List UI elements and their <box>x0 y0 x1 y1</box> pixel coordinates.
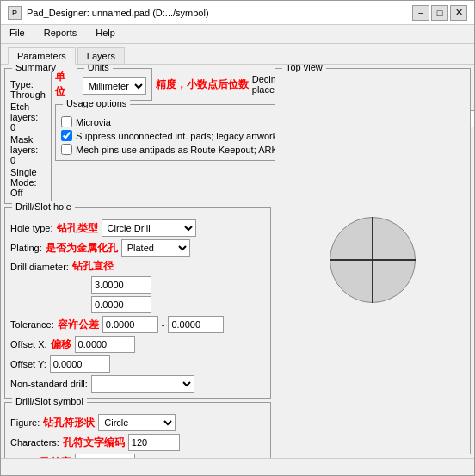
offset-x-label: Offset X: <box>10 339 47 349</box>
summary-etch-value: 0 <box>10 122 15 133</box>
characters-label: Characters: <box>10 437 59 448</box>
menu-help[interactable]: Help <box>90 27 120 41</box>
figure-select[interactable]: Circle Square <box>98 414 176 431</box>
maximize-button[interactable]: □ <box>431 5 448 21</box>
microvia-label: Microvia <box>76 117 111 127</box>
secondary-input-row <box>10 296 265 313</box>
hole-type-annotation: 钻孔类型 <box>57 221 98 236</box>
top-view-group: Top view <box>275 68 471 454</box>
sym-width-row: Width: 孔符宽 <box>10 454 265 458</box>
sym-width-label: Width: <box>10 457 37 458</box>
offset-y-input[interactable] <box>50 355 110 373</box>
precision-annotation: 精度，小数点后位数 <box>156 77 249 92</box>
drill-diameter-input[interactable] <box>91 276 151 294</box>
secondary-input[interactable] <box>91 296 151 313</box>
figure-label: Figure: <box>10 417 40 428</box>
minimize-button[interactable]: − <box>412 5 429 21</box>
plating-select[interactable]: Plated Non-Plated <box>121 239 190 257</box>
char-annotation: 孔符文字编码 <box>63 436 125 450</box>
characters-row: Characters: 孔符文字编码 <box>10 434 265 451</box>
non-standard-row: Non-standard drill: <box>10 375 265 393</box>
main-content: Summary Type: Through Etch layers: 0 Mas… <box>1 65 474 458</box>
crosshair-vertical <box>372 217 373 303</box>
offset-y-label: Offset Y: <box>10 359 46 369</box>
tolerance-plus-input[interactable] <box>102 316 158 333</box>
summary-group: Summary Type: Through Etch layers: 0 Mas… <box>4 68 52 204</box>
usage-options-title: Usage options <box>63 98 130 108</box>
close-button[interactable]: ✕ <box>450 5 467 21</box>
summary-type-value: Through <box>10 90 46 100</box>
menu-reports[interactable]: Reports <box>39 27 83 41</box>
title-buttons: − □ ✕ <box>412 5 467 21</box>
microvia-checkbox[interactable] <box>61 116 72 127</box>
summary-title: Summary <box>12 65 59 72</box>
drill-diameter-row: Drill diameter: 钻孔直径 <box>10 259 265 274</box>
width-annotation: 孔符宽 <box>40 455 71 459</box>
tolerance-dash: - <box>162 319 165 330</box>
main-window: P Pad_Designer: unnamed.pad (D:.../symbo… <box>0 0 475 476</box>
title-bar-left: P Pad_Designer: unnamed.pad (D:.../symbo… <box>8 6 209 20</box>
tolerance-annotation: 容许公差 <box>58 318 99 332</box>
status-bar <box>1 458 474 475</box>
figure-row: Figure: 钻孔符形状 Circle Square <box>10 414 265 431</box>
mech-checkbox[interactable] <box>61 144 72 155</box>
offset-annotation: 偏移 <box>51 337 71 352</box>
tolerance-row: Tolerance: 容许公差 - <box>10 316 265 333</box>
summary-single-value: Off <box>10 188 22 198</box>
offset-x-row: Offset X: 偏移 <box>10 336 265 353</box>
mech-label: Mech pins use antipads as Route Keepout;… <box>76 145 278 155</box>
tolerance-minus-input[interactable] <box>168 316 224 333</box>
app-icon: P <box>8 6 22 20</box>
units-title: Units <box>84 65 113 72</box>
summary-single-label: Single Mode: <box>10 167 37 188</box>
offset-x-input[interactable] <box>75 336 135 353</box>
drill-slot-group: Drill/Slot hole Hole type: 钻孔类型 Circle D… <box>4 207 271 399</box>
non-standard-label: Non-standard drill: <box>10 379 88 389</box>
drill-symbol-group: Drill/Slot symbol Figure: 钻孔符形状 Circle S… <box>4 402 271 458</box>
summary-mask-row: Mask layers: 0 <box>10 134 46 165</box>
summary-single-row: Single Mode: Off <box>10 167 46 198</box>
sym-width-input[interactable] <box>75 454 135 458</box>
left-panel: Summary Type: Through Etch layers: 0 Mas… <box>4 68 271 454</box>
menu-bar: File Reports Help <box>1 25 474 44</box>
window-title: Pad_Designer: unnamed.pad (D:.../symbol) <box>27 8 209 18</box>
tab-bar: Parameters Layers <box>1 44 474 65</box>
summary-mask-value: 0 <box>10 155 15 165</box>
suppress-checkbox[interactable] <box>61 130 72 141</box>
suppress-label: Suppress unconnected int. pads; legacy a… <box>76 131 277 141</box>
plating-label: Plating: <box>10 243 42 253</box>
top-view-circle <box>330 217 416 303</box>
title-bar: P Pad_Designer: unnamed.pad (D:.../symbo… <box>1 1 474 25</box>
figure-annotation: 钻孔符形状 <box>43 416 95 430</box>
summary-type-row: Type: Through <box>10 79 46 100</box>
units-annotation: 单位 <box>55 70 73 99</box>
summary-etch-label: Etch layers: <box>10 102 38 122</box>
drill-diameter-label: Drill diameter: <box>10 262 69 272</box>
offset-y-row: Offset Y: <box>10 355 265 373</box>
tab-parameters[interactable]: Parameters <box>8 47 76 65</box>
tab-layers[interactable]: Layers <box>77 47 125 64</box>
summary-type-label: Type: <box>10 79 34 90</box>
drill-diameter-input-row <box>10 276 265 294</box>
hole-type-row: Hole type: 钻孔类型 Circle Drill Square Oblo… <box>10 219 265 237</box>
units-select[interactable]: Millimeter Inch <box>83 77 146 95</box>
menu-file[interactable]: File <box>4 27 30 41</box>
plating-row: Plating: 是否为金属化孔 Plated Non-Plated <box>10 239 265 257</box>
units-group: Units Millimeter Inch <box>77 68 152 101</box>
hole-type-select[interactable]: Circle Drill Square Oblong <box>102 219 196 237</box>
drill-diameter-annotation: 钻孔直径 <box>72 259 114 274</box>
non-standard-select[interactable] <box>91 375 194 393</box>
summary-mask-label: Mask layers: <box>10 134 38 155</box>
plating-annotation: 是否为金属化孔 <box>46 241 118 256</box>
top-view-title: Top view <box>282 65 326 72</box>
top-view-canvas <box>281 71 465 448</box>
tolerance-label: Tolerance: <box>10 319 54 330</box>
summary-etch-row: Etch layers: 0 <box>10 102 46 133</box>
drill-symbol-title: Drill/Slot symbol <box>12 396 87 406</box>
drill-slot-title: Drill/Slot hole <box>12 201 75 212</box>
characters-input[interactable] <box>128 434 180 451</box>
hole-type-label: Hole type: <box>10 223 53 233</box>
